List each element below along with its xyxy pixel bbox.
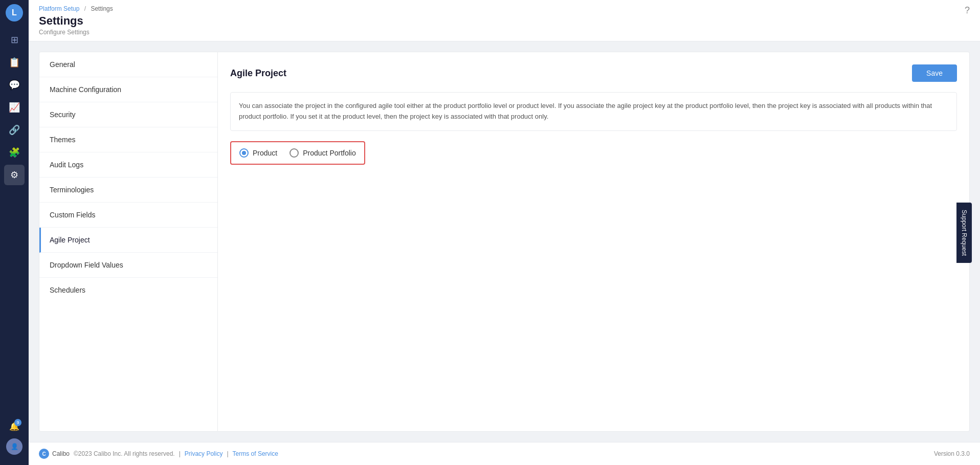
- breadcrumb-parent[interactable]: Platform Setup: [39, 5, 79, 12]
- main-area: Platform Setup / Settings Settings Confi…: [29, 0, 980, 465]
- footer: C Calibo ©2023 Calibo Inc. All rights re…: [29, 442, 980, 465]
- breadcrumb-current: Settings: [91, 5, 113, 12]
- radio-option-product-portfolio[interactable]: Product Portfolio: [289, 148, 356, 158]
- menu-item-schedulers[interactable]: Schedulers: [39, 278, 217, 302]
- radio-circle-product: [239, 148, 249, 158]
- nav-sidebar: L ⊞ 📋 💬 📈 🔗 🧩 ⚙ 🔔 9 👤: [0, 0, 29, 465]
- footer-privacy-policy[interactable]: Privacy Policy: [185, 450, 223, 457]
- radio-option-product[interactable]: Product: [239, 148, 277, 158]
- nav-icon-settings[interactable]: ⚙: [4, 165, 25, 185]
- nav-bottom: 🔔 9 👤: [6, 418, 23, 461]
- menu-item-general[interactable]: General: [39, 52, 217, 77]
- footer-sep2: |: [227, 450, 228, 457]
- header-right: ?: [965, 5, 970, 16]
- nav-icon-modules[interactable]: 🧩: [4, 142, 25, 163]
- content-area: General Machine Configuration Security T…: [29, 41, 980, 442]
- menu-item-dropdown-field-values[interactable]: Dropdown Field Values: [39, 253, 217, 278]
- footer-sep1: |: [179, 450, 181, 457]
- menu-item-machine-configuration[interactable]: Machine Configuration: [39, 77, 217, 102]
- nav-icon-reports[interactable]: 📋: [4, 52, 25, 73]
- menu-item-audit-logs[interactable]: Audit Logs: [39, 152, 217, 178]
- header-left: Platform Setup / Settings Settings Confi…: [39, 5, 113, 36]
- footer-version: Version 0.3.0: [934, 450, 970, 457]
- footer-links: Privacy Policy | Terms of Service: [185, 450, 278, 457]
- nav-icon-analytics[interactable]: 📈: [4, 97, 25, 118]
- app-logo[interactable]: L: [6, 4, 23, 21]
- footer-logo: C Calibo: [39, 449, 70, 459]
- breadcrumb-separator: /: [84, 5, 86, 12]
- nav-icon-dashboard[interactable]: ⊞: [4, 30, 25, 50]
- menu-item-custom-fields[interactable]: Custom Fields: [39, 203, 217, 228]
- top-header: Platform Setup / Settings Settings Confi…: [29, 0, 980, 41]
- panel-title: Agile Project: [230, 68, 286, 79]
- footer-terms-of-service[interactable]: Terms of Service: [233, 450, 278, 457]
- support-request-tab[interactable]: Support Request: [956, 202, 972, 262]
- breadcrumb: Platform Setup / Settings: [39, 5, 113, 12]
- menu-item-security[interactable]: Security: [39, 102, 217, 127]
- notification-bell[interactable]: 🔔 9: [6, 418, 23, 434]
- radio-label-product-portfolio: Product Portfolio: [303, 149, 356, 157]
- page-title: Settings: [39, 14, 113, 28]
- nav-icon-integrations[interactable]: 🔗: [4, 120, 25, 140]
- nav-icon-messages[interactable]: 💬: [4, 75, 25, 95]
- save-button[interactable]: Save: [912, 64, 957, 82]
- panel-header: Agile Project Save: [230, 64, 957, 82]
- bell-badge: 9: [14, 419, 21, 426]
- menu-item-agile-project[interactable]: Agile Project: [39, 228, 217, 253]
- settings-wrapper: General Machine Configuration Security T…: [39, 52, 970, 432]
- settings-menu: General Machine Configuration Security T…: [39, 52, 218, 432]
- menu-item-themes[interactable]: Themes: [39, 127, 217, 152]
- page-subtitle: Configure Settings: [39, 29, 113, 36]
- radio-group: Product Product Portfolio: [230, 141, 365, 165]
- footer-copyright: ©2023 Calibo Inc. All rights reserved.: [74, 450, 175, 457]
- info-text: You can associate the project in the con…: [239, 101, 948, 122]
- help-icon[interactable]: ?: [965, 5, 970, 16]
- footer-left: C Calibo ©2023 Calibo Inc. All rights re…: [39, 449, 278, 459]
- info-box: You can associate the project in the con…: [230, 92, 957, 131]
- menu-item-terminologies[interactable]: Terminologies: [39, 178, 217, 203]
- radio-circle-product-portfolio: [289, 148, 299, 158]
- settings-panel: Agile Project Save You can associate the…: [218, 52, 970, 432]
- footer-logo-text: Calibo: [52, 450, 70, 457]
- radio-label-product: Product: [253, 149, 277, 157]
- user-avatar[interactable]: 👤: [6, 438, 23, 455]
- footer-logo-icon: C: [39, 449, 49, 459]
